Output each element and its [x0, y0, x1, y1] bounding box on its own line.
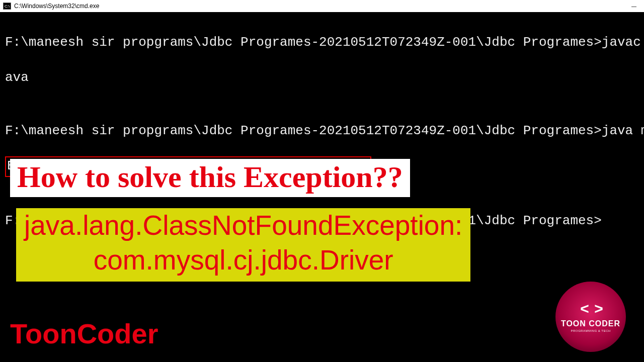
terminal-line: ava: [5, 69, 639, 86]
exception-line-1: java.lang.ClassNotFoundException:: [24, 208, 462, 243]
window-title: C:\Windows\System32\cmd.exe: [14, 3, 99, 10]
terminal-line: F:\maneesh sir propgrams\Jdbc Programes-…: [5, 122, 639, 140]
minimize-button[interactable]: —: [624, 0, 644, 12]
brand-text: ToonCoder: [10, 317, 158, 350]
overlay-heading: How to solve this Exception??: [10, 159, 410, 197]
code-icon: < >: [580, 301, 601, 318]
channel-logo: < > TOON CODER PROGRAMMING & TECH: [555, 282, 626, 352]
terminal-line: F:\maneesh sir propgrams\Jdbc Programes-…: [5, 34, 639, 51]
cmd-icon: C:\: [3, 3, 11, 10]
logo-subtitle: PROGRAMMING & TECH: [571, 329, 610, 332]
logo-title: TOON CODER: [561, 319, 620, 328]
window-controls: —: [624, 0, 644, 12]
window-titlebar: C:\ C:\Windows\System32\cmd.exe —: [0, 0, 644, 12]
overlay-exception: java.lang.ClassNotFoundException: com.my…: [16, 208, 470, 282]
exception-line-2: com.mysql.cj.jdbc.Driver: [24, 243, 462, 278]
